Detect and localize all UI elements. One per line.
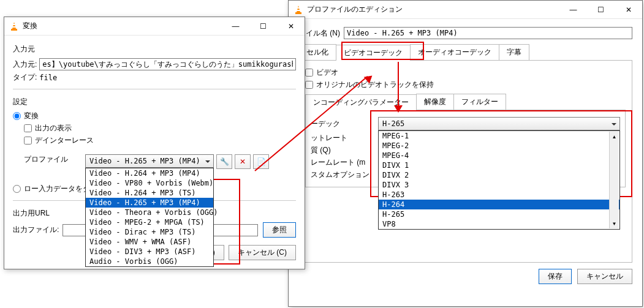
settings-title: 設定 (13, 97, 296, 107)
svg-rect-3 (297, 10, 300, 11)
profile-opt[interactable]: Video - H.264 + MP3 (MP4) (86, 168, 213, 178)
delete-profile-button[interactable]: ✕ (235, 154, 251, 169)
tab-subtitle[interactable]: 字幕 (499, 44, 529, 60)
codec-opt[interactable]: H-264 (379, 200, 619, 209)
profile-opt[interactable]: Video - H.264 + MP3 (TS) (86, 188, 213, 198)
profile-label: プロファイル (24, 154, 85, 165)
codec-opt[interactable]: VP8 (379, 219, 619, 229)
codec-opt[interactable]: DIVX 2 (379, 170, 619, 180)
window-title: 変換 (23, 21, 222, 31)
codec-opt[interactable]: DIVX 3 (379, 180, 619, 190)
new-icon: 📄 (257, 157, 266, 166)
minimize-button[interactable]: — (559, 1, 587, 19)
codec-selected[interactable]: H-265 (378, 117, 620, 130)
profile-opt[interactable]: Video - Theora + Vorbis (OGG) (86, 208, 213, 217)
convert-window: 変換 — ☐ ✕ 入力元 入力元: タイプ: file 設定 変換 出力の表示 … (4, 17, 305, 269)
codec-dropdown-list: MPEG-1 MPEG-2 MPEG-4 DIVX 1 DIVX 2 DIVX … (378, 130, 620, 230)
profile-selected[interactable]: Video - H.265 + MP3 (MP4) (85, 154, 214, 168)
codec-opt[interactable]: MPEG-4 (379, 151, 619, 160)
svg-rect-2 (297, 7, 300, 9)
titlebar: プロファイルのエディション — ☐ ✕ (289, 1, 642, 19)
svg-rect-6 (13, 24, 15, 25)
video-label: ビデオ (316, 67, 338, 78)
profile-opt[interactable]: Video - DIV3 + MP3 (ASF) (86, 247, 213, 257)
vlc-icon (294, 5, 303, 15)
vlc-icon (9, 21, 19, 31)
profile-dropdown[interactable]: Video - H.265 + MP3 (MP4) Video - H.264 … (85, 154, 214, 168)
close-button[interactable]: ✕ (277, 17, 305, 36)
titlebar: 変換 — ☐ ✕ (4, 17, 305, 36)
deinterlace-checkbox[interactable] (24, 137, 32, 145)
dump-radio[interactable] (13, 185, 21, 193)
codec-opt[interactable]: MPEG-2 (379, 141, 619, 151)
profile-edition-window: プロファイルのエディション — ☐ ✕ ァイル名 (N) セル化 ビデオコーデッ… (288, 0, 643, 307)
profile-name-input[interactable] (344, 27, 632, 39)
cancel-button[interactable]: キャンセル (577, 269, 632, 284)
profile-opt[interactable]: Video - Dirac + MP3 (TS) (86, 227, 213, 237)
type-value: file (39, 73, 57, 82)
codec-opt[interactable]: H-263 (379, 190, 619, 200)
new-profile-button[interactable]: 📄 (253, 154, 269, 169)
profile-opt[interactable]: Audio - Vorbis (OGG) (86, 257, 213, 266)
keep-original-checkbox[interactable] (305, 81, 313, 89)
type-label: タイプ: (13, 72, 37, 83)
svg-marker-0 (297, 6, 300, 12)
input-src-field[interactable] (39, 58, 296, 70)
profile-opt[interactable]: Video - MPEG-2 + MPGA (TS) (86, 217, 213, 227)
svg-rect-5 (11, 29, 17, 31)
codec-label: ーデック (311, 119, 378, 129)
codec-dropdown[interactable]: H-265 MPEG-1 MPEG-2 MPEG-4 DIVX 1 DIVX 2… (378, 117, 620, 130)
output-file-label: 出力ファイル: (13, 225, 59, 235)
codec-scrollbar[interactable]: ▲▼ (609, 132, 619, 228)
keep-original-label: オリジナルのビデオトラックを保持 (316, 80, 434, 90)
convert-radio[interactable] (13, 112, 21, 120)
edit-profile-button[interactable]: 🔧 (216, 154, 232, 169)
wrench-icon: 🔧 (220, 157, 229, 166)
video-checkbox[interactable] (305, 69, 313, 77)
profile-dropdown-list: Video - H.264 + MP3 (MP4)Video - VP80 + … (85, 168, 214, 267)
input-section-title: 入力元 (13, 44, 296, 54)
custom-label: スタムオプション (311, 170, 378, 180)
close-button[interactable]: ✕ (615, 1, 642, 19)
subtab-encoding[interactable]: ンコーディングパラメーター (305, 94, 417, 110)
subtab-filter[interactable]: フィルター (453, 94, 506, 110)
profile-opt[interactable]: Video - WMV + WMA (ASF) (86, 237, 213, 247)
svg-rect-1 (295, 12, 301, 14)
subtab-resolution[interactable]: 解像度 (416, 94, 454, 110)
maximize-button[interactable]: ☐ (587, 1, 615, 19)
tab-audio-codec[interactable]: オーディオコーデック (410, 44, 499, 60)
tab-video-codec[interactable]: ビデオコーデック (336, 45, 411, 61)
maximize-button[interactable]: ☐ (249, 17, 277, 36)
bitrate-label: ットレート (311, 133, 378, 143)
minimize-button[interactable]: — (222, 17, 249, 36)
browse-button[interactable]: 参照 (263, 222, 296, 238)
svg-marker-4 (12, 22, 16, 29)
delete-icon: ✕ (240, 157, 246, 166)
quality-label: 質 (Q) (311, 145, 378, 156)
show-output-checkbox[interactable] (24, 124, 32, 132)
codec-opt[interactable]: MPEG-1 (379, 131, 619, 141)
input-src-label: 入力元: (13, 59, 37, 70)
convert-radio-label: 変換 (24, 111, 39, 121)
svg-rect-7 (12, 26, 16, 28)
codec-opt[interactable]: DIVX 1 (379, 160, 619, 170)
codec-opt[interactable]: H-265 (379, 209, 619, 219)
window-title: プロファイルのエディション (307, 4, 559, 15)
profile-opt[interactable]: Video - VP80 + Vorbis (Webm) (86, 178, 213, 188)
profile-opt[interactable]: Video - H.265 + MP3 (MP4) (86, 198, 213, 208)
deinterlace-label: デインターレース (35, 135, 94, 146)
main-tabs: セル化 ビデオコーデック オーディオコーデック 字幕 (298, 44, 632, 61)
save-button[interactable]: 保存 (539, 269, 572, 284)
cancel-button[interactable]: キャンセル (C) (229, 245, 296, 260)
framerate-label: レームレート (m (311, 157, 378, 168)
show-output-label: 出力の表示 (35, 123, 72, 133)
